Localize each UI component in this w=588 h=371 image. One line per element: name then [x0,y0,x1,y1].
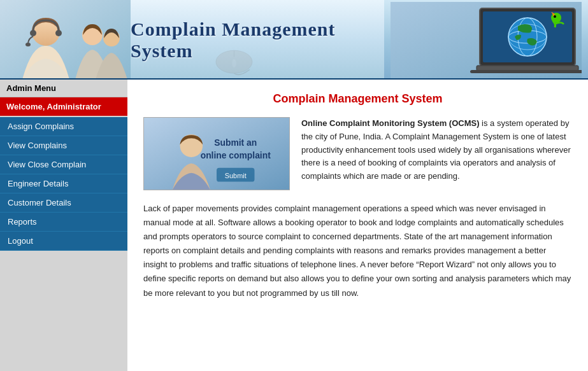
svg-point-4 [25,43,31,46]
content-description: Online Complaint Monitoring System (OCMS… [301,117,572,190]
main-layout: Admin Menu Welcome, Administrator Assign… [0,80,588,371]
svg-point-9 [232,59,236,67]
header-center: Complain Management System [131,0,384,80]
svg-text:Submit an: Submit an [214,137,257,148]
sidebar-item-assign-complains[interactable]: Assign Complains [0,117,127,136]
complaint-image-svg: Submit an online complaint Submit [144,117,289,190]
welcome-bar: Welcome, Administrator [0,97,127,116]
sidebar-item-reports[interactable]: Reports [0,213,127,232]
people-illustration [0,0,131,80]
sidebar-item-view-close-complain[interactable]: View Close Complain [0,155,127,174]
admin-menu-label: Admin Menu [0,80,127,97]
ocms-strong: Online Complaint Monitoring System (OCMS… [301,118,480,128]
svg-point-18 [554,15,556,18]
laptop-illustration [391,2,582,78]
svg-text:online complaint: online complaint [201,150,271,160]
header-right-image [384,0,588,80]
svg-rect-20 [470,70,582,73]
sidebar-item-view-complains[interactable]: View Complains [0,136,127,155]
content-title: Complain Management System [143,92,572,106]
sidebar-item-engineer-details[interactable]: Engineer Details [0,174,127,193]
svg-point-13 [508,18,547,56]
svg-point-3 [55,30,62,36]
svg-rect-19 [477,66,578,71]
header-decoration [131,29,384,80]
sidebar: Admin Menu Welcome, Administrator Assign… [0,80,127,371]
header: Complain Management System [0,0,588,80]
sidebar-item-customer-details[interactable]: Customer Details [0,193,127,213]
svg-text:Submit: Submit [225,172,247,179]
header-left-image [0,0,131,80]
svg-point-2 [30,30,36,36]
content-body-paragraph: Lack of paper movements provides complai… [143,202,572,300]
sidebar-item-logout[interactable]: Logout [0,232,127,251]
submit-complaint-image: Submit an online complaint Submit [143,117,290,190]
content-top-section: Submit an online complaint Submit Online… [143,117,572,190]
content-area: Complain Management System [127,80,588,371]
